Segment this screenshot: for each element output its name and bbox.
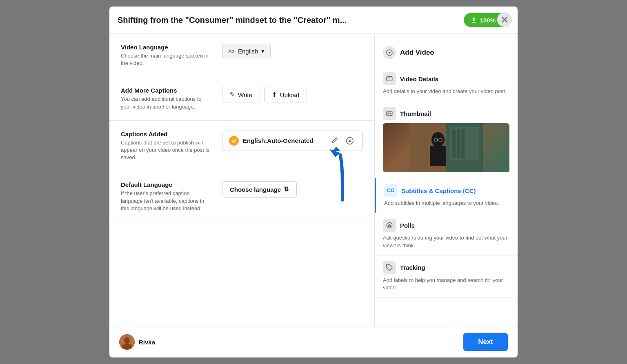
default-language-desc: If the user's preferred caption language… [121, 190, 211, 212]
cc-text: CC [387, 188, 394, 193]
svg-point-28 [124, 337, 130, 344]
x-icon [501, 16, 508, 23]
captions-added-list: English:Auto-Generated [222, 131, 363, 151]
right-panel-title: Add Video [400, 49, 434, 57]
video-details-header: Video Details [383, 72, 509, 85]
right-section-thumbnail[interactable]: Thumbnail [375, 101, 518, 178]
modal-footer: Rivka Next [109, 326, 518, 357]
next-button[interactable]: Next [463, 333, 508, 351]
subtitles-title: Subtitles & Captions (CC) [401, 187, 476, 194]
write-caption-button[interactable]: ✎ Write [222, 87, 260, 102]
svg-rect-15 [457, 129, 460, 158]
choose-language-button[interactable]: Choose language ⇅ [222, 181, 297, 198]
default-language-section: Default Language If the user's preferred… [109, 171, 374, 222]
svg-rect-23 [388, 225, 389, 227]
add-captions-label-area: Add More Captions You can add additional… [121, 87, 211, 110]
caption-check-icon [229, 136, 239, 146]
video-details-icon [383, 72, 396, 85]
thumbnail-preview [383, 123, 509, 172]
tracking-title: Tracking [400, 264, 425, 271]
video-language-control: Aa English ▾ [222, 44, 363, 58]
right-section-video-details[interactable]: Video Details Add details to your video … [375, 67, 518, 101]
modal-header: Shifting from the "Consumer" mindset to … [109, 7, 518, 34]
pencil-icon: ✎ [230, 91, 235, 98]
tracking-desc: Add labels to help you manage and search… [383, 277, 509, 291]
remove-caption-button[interactable] [344, 136, 356, 146]
polls-header: Polls [383, 219, 509, 232]
svg-rect-0 [471, 22, 476, 23]
user-info: Rivka [119, 334, 155, 350]
captions-added-label: Captions Added [121, 131, 211, 138]
svg-point-9 [388, 113, 389, 113]
svg-rect-7 [387, 77, 392, 81]
video-language-section: Video Language Choose the main language … [109, 34, 374, 77]
add-captions-section: Add More Captions You can add additional… [109, 77, 374, 120]
polls-title: Polls [400, 222, 415, 229]
upload-caption-button[interactable]: ⬆ Upload [264, 87, 307, 102]
edit-caption-button[interactable] [329, 136, 340, 146]
caption-item-actions [329, 136, 356, 146]
right-section-tracking[interactable]: Tracking Add labels to help you manage a… [375, 255, 518, 297]
svg-rect-14 [452, 129, 456, 158]
svg-rect-24 [389, 224, 390, 227]
thumbnail-header: Thumbnail [383, 107, 509, 120]
modal: Shifting from the "Consumer" mindset to … [109, 7, 518, 357]
caption-item-name: English:Auto-Generated [243, 137, 314, 144]
default-language-label-area: Default Language If the user's preferred… [121, 181, 211, 212]
thumbnail-title: Thumbnail [400, 110, 431, 117]
user-avatar [119, 334, 135, 350]
write-label: Write [238, 91, 252, 98]
edit-icon [331, 137, 338, 144]
caption-item: English:Auto-Generated [222, 131, 363, 151]
default-language-control: Choose language ⇅ [222, 181, 363, 198]
video-details-title: Video Details [400, 75, 438, 82]
modal-overlay: Shifting from the "Consumer" mindset to … [0, 0, 627, 364]
svg-rect-16 [461, 129, 465, 158]
svg-marker-6 [389, 51, 391, 54]
right-section-subtitles[interactable]: CC Subtitles & Captions (CC) Add subtitl… [375, 178, 518, 213]
modal-body: Video Language Choose the main language … [109, 34, 518, 326]
cc-icon: CC [384, 184, 397, 197]
left-panel: Video Language Choose the main language … [109, 34, 375, 326]
svg-point-17 [431, 132, 445, 147]
subtitles-header: CC Subtitles & Captions (CC) [384, 184, 509, 197]
upload-label: Upload [280, 91, 300, 98]
subtitles-desc: Add subtitles in multiple languages to y… [384, 200, 509, 207]
choose-language-label: Choose language [230, 186, 281, 193]
video-language-label: Video Language [121, 44, 211, 51]
right-panel-header: Add Video [375, 42, 518, 63]
modal-title: Shifting from the "Consumer" mindset to … [118, 16, 347, 25]
caption-action-buttons: ✎ Write ⬆ Upload [222, 87, 363, 102]
language-select-button[interactable]: Aa English ▾ [222, 44, 271, 58]
right-panel: Add Video Video Details Add details to [375, 34, 518, 326]
captions-added-desc: Captions that are set to publish will ap… [121, 139, 211, 162]
svg-rect-25 [390, 225, 391, 227]
user-name: Rivka [139, 339, 155, 346]
choose-language-icon: ⇅ [284, 186, 289, 193]
close-circle-icon [346, 137, 354, 145]
polls-desc: Ask questions during your video to find … [383, 234, 509, 249]
captions-added-section: Captions Added Captions that are set to … [109, 121, 374, 172]
selected-language: English [238, 48, 258, 55]
language-dropdown-arrow: ▾ [261, 47, 265, 55]
video-language-desc: Choose the main language spoken in the v… [121, 52, 211, 67]
thumbnail-icon [383, 107, 396, 120]
tracking-icon [383, 261, 396, 274]
right-section-polls[interactable]: Polls Ask questions during your video to… [375, 213, 518, 255]
polls-icon [383, 219, 396, 232]
upload-progress-label: 100% [480, 17, 496, 24]
language-aa-icon: Aa [228, 48, 235, 54]
add-captions-controls: ✎ Write ⬆ Upload [222, 87, 363, 102]
caption-item-left: English:Auto-Generated [229, 136, 314, 146]
video-language-label-area: Video Language Choose the main language … [121, 44, 211, 67]
svg-rect-18 [430, 146, 446, 166]
modal-close-button[interactable] [497, 12, 512, 27]
default-language-label: Default Language [121, 181, 211, 188]
add-captions-label: Add More Captions [121, 87, 211, 94]
add-captions-desc: You can add additional captions to your … [121, 95, 211, 110]
play-icon [383, 46, 396, 59]
tracking-header: Tracking [383, 261, 509, 274]
upload-caption-icon: ⬆ [272, 91, 277, 98]
upload-icon [470, 16, 478, 24]
video-details-desc: Add details to your video and create you… [383, 88, 509, 95]
